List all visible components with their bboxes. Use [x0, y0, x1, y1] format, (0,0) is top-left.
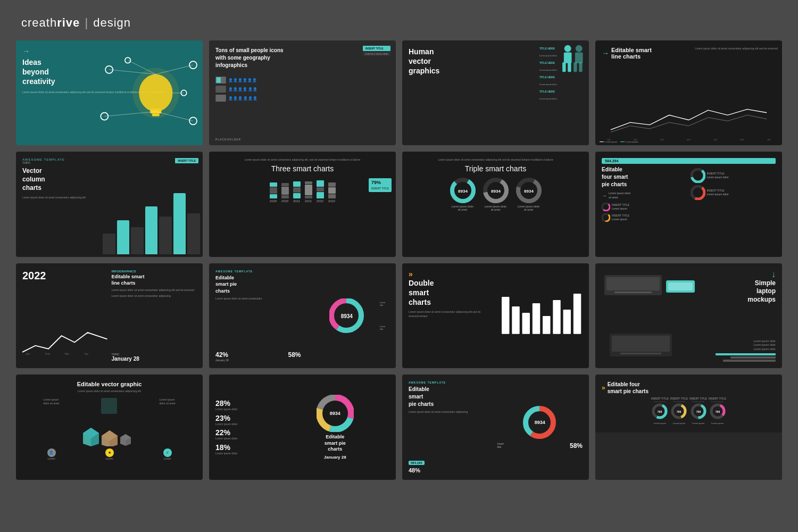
card-smart-pie: AWESOME TEMPLATE Editablesmart piecharts… [209, 263, 396, 368]
card-title: Three smart charts [215, 164, 389, 173]
card-subtitle: TOPIC [22, 161, 196, 164]
card-pie-3: AWESOME TEMPLATE Editablesmartpie charts… [402, 375, 589, 479]
svg-point-20 [564, 45, 571, 52]
card-title: Vectorcolumncharts [22, 167, 92, 192]
card-three-charts: Lorem ipsum dolor sit amet consectetur a… [209, 152, 396, 256]
bar-2020: 2020 [270, 177, 277, 203]
svg-rect-58 [573, 294, 580, 334]
svg-text:Feb: Feb [45, 352, 50, 355]
footer-label: PLACEHOLDER [215, 138, 241, 141]
svg-rect-52 [512, 306, 519, 334]
svg-point-3 [132, 68, 179, 118]
insert-badge: INSERT TITLE [175, 158, 198, 163]
svg-text:8934: 8934 [524, 189, 534, 194]
card-tag: AWESOME TEMPLATE [215, 270, 301, 273]
card-arrow: → [602, 49, 609, 57]
svg-rect-21 [564, 53, 572, 63]
card-grid: → Ideasbeyondcreativity Lorem ipsum dolo… [11, 40, 787, 480]
people-rows-container: 👤👤👤👤👤👤 👤👤👤👤 👤👤 👤👤👤 👤👤👤 [215, 77, 389, 102]
card-title: Tons of small people icons with some geo… [215, 47, 294, 69]
donut-row: 8934 Lorem ipsum dolorsit amet 8934 Lore… [409, 177, 583, 211]
pct-right: 58% [288, 351, 301, 359]
svg-point-24 [576, 45, 583, 52]
pct-2: 23% [215, 414, 276, 422]
card-title: Editablesmart piecharts [325, 434, 346, 453]
card-title: Triple smart charts [409, 164, 583, 173]
human-silhouettes [557, 43, 586, 86]
card-title: Doublesmartcharts [409, 278, 487, 307]
svg-text:789: 789 [658, 410, 662, 413]
card-title: Humanvectorgraphics [409, 47, 478, 76]
people-row-1: 👤👤👤👤👤👤 [215, 77, 389, 84]
date-value: January 28 [324, 455, 346, 460]
svg-rect-55 [543, 316, 550, 334]
pct-4: 18% [215, 443, 276, 452]
card-arrow: ↓ [701, 270, 776, 279]
card-subtitle: INFOGRAPHICS [112, 270, 197, 273]
card-title: Editablesmart piecharts [215, 275, 301, 295]
svg-rect-25 [575, 53, 583, 63]
card-title: Editable smartline charts [112, 274, 197, 286]
pie-item-4: INSERT TITLE Lorem ipsum 789 Lorem ipsum [709, 397, 726, 425]
card-insert-badge: INSERT TITLE SUBTITLE GOES HERE [363, 46, 390, 56]
center-num: 8934 [341, 313, 353, 319]
svg-rect-18 [215, 86, 226, 93]
card-description: Lorem ipsum dolor sit amet consectetur a… [409, 158, 583, 162]
svg-rect-56 [553, 300, 560, 334]
card-tag: AWESOME TEMPLATE [409, 381, 494, 384]
header: creathrive | design [11, 11, 787, 40]
bar-2022: 2022 [317, 177, 324, 203]
svg-text:789: 789 [715, 410, 720, 413]
pie-item-3: INSERT TITLE Lorem ipsum 789 Lorem ipsum [689, 397, 707, 425]
bar-chart [495, 268, 585, 352]
pct: 48% [409, 467, 494, 473]
svg-rect-53 [522, 313, 529, 334]
svg-text:Mar: Mar [65, 352, 70, 355]
card-arrows: » [602, 384, 605, 392]
card-title: Editable smartline charts [611, 47, 652, 60]
svg-rect-27 [579, 62, 582, 72]
card-four-pies-2: » Editable foursmart pie charts INSERT T… [595, 375, 782, 479]
svg-rect-23 [568, 62, 571, 72]
svg-text:Apr: Apr [85, 352, 89, 355]
donut-3: 8934 Lorem ipsum dolorsit amet [516, 177, 542, 211]
svg-rect-57 [563, 310, 570, 334]
column-chart [100, 184, 203, 257]
card-pie-2: 28% Lorem ipsum dolor 23% Lorem ipsum do… [209, 375, 396, 479]
svg-rect-19 [215, 95, 226, 102]
card-line-chart-top: → Editable smartline charts Lorem ipsum … [595, 40, 782, 145]
logo-suffix: design [93, 16, 131, 29]
pct-3: 22% [215, 428, 276, 437]
line-chart-svg [595, 105, 782, 135]
svg-point-4 [105, 66, 113, 73]
bar-2021: 2021 [293, 177, 301, 203]
svg-text:Jan: Jan [26, 352, 30, 355]
value-badge: 584.194 [409, 461, 425, 465]
card-triple-charts: Lorem ipsum dolor sit amet consectetur a… [402, 152, 589, 256]
people-row-2: 👤👤👤👤 👤👤 [215, 86, 389, 93]
card-line-chart-2022: 2022 Jan Feb Mar Apr INFOGRAPHICS Editab… [16, 263, 203, 368]
bar-2020b: 2020 [281, 177, 289, 203]
pie-item-1: INSERT TITLE Lorem ipsum 789 Lorem ipsum [651, 397, 669, 425]
year-display: 2022 [22, 270, 107, 282]
logo-brand: creath [21, 16, 57, 29]
svg-text:789: 789 [696, 410, 701, 413]
card-title: Editable foursmart pie charts [608, 381, 649, 395]
card-double-charts: » Doublesmartcharts Lorem ipsum dolor si… [402, 263, 589, 368]
card-ideas: → Ideasbeyondcreativity Lorem ipsum dolo… [16, 40, 203, 145]
svg-rect-54 [532, 303, 539, 334]
pie-item-2: INSERT TITLE Lorem ipsum 789 Lorem ipsum [670, 397, 688, 425]
card-description: Lorem ipsum dolor sit amet consectetur a… [694, 47, 778, 51]
pct-1: 28% [215, 399, 276, 408]
card-human: Humanvectorgraphics TITLE HERE Lorem ips… [402, 40, 589, 145]
card-vector-col: AWESOME TEMPLATE TOPIC INSERT TITLE Vect… [16, 152, 203, 256]
bar-groups: 2020 2020 2021 [215, 177, 389, 203]
date-value: January 28 [112, 356, 197, 362]
svg-text:8934: 8934 [458, 189, 468, 194]
card-laptop: ↓ Simplelaptopmockups Lorem ipsum dolor … [595, 263, 782, 368]
pct-badge: 79%INSERT TITLE [369, 178, 392, 192]
center-num: 8934 [535, 420, 545, 425]
logo-divider: | [81, 16, 92, 29]
value-badge: 584.394 [602, 158, 776, 164]
card-description: Lorem ipsum dolor sit amet consectetur a… [215, 158, 389, 162]
